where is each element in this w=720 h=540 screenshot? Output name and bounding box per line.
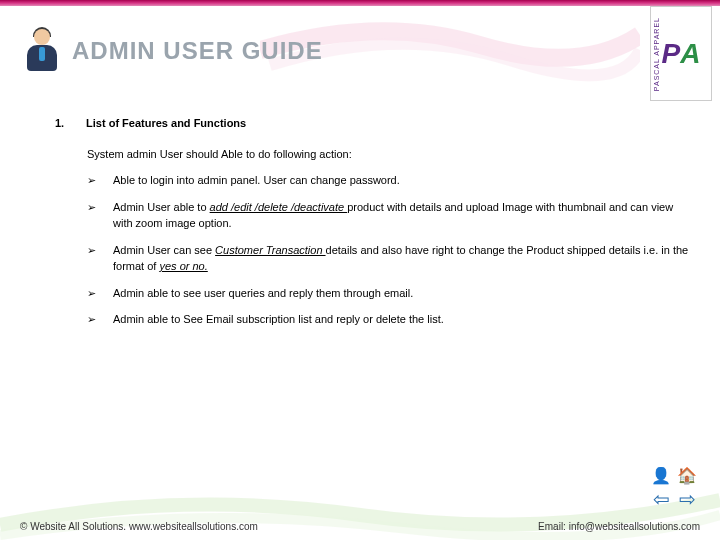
brand-label: PASCAL APPAREL — [653, 17, 660, 91]
prev-arrow-icon[interactable]: ⇦ — [650, 488, 672, 510]
home-icon[interactable]: 🏠 — [676, 464, 698, 486]
page-title: ADMIN USER GUIDE — [72, 37, 323, 65]
section-intro: System admin User should Able to do foll… — [87, 146, 690, 163]
list-item: Able to login into admin panel. User can… — [87, 172, 690, 189]
bullet-text-pre: Admin User can see — [113, 244, 215, 256]
bullet-text-underline: Customer Transaction — [215, 244, 325, 256]
top-border — [0, 0, 720, 6]
bullet-text-underline2: yes or no. — [159, 260, 207, 272]
section-title: List of Features and Functions — [86, 117, 246, 129]
bullet-text: Admin able to see user queries and reply… — [113, 287, 413, 299]
bullet-text-pre: Admin User able to — [113, 201, 210, 213]
bullet-text: Admin able to See Email subscription lis… — [113, 313, 444, 325]
admin-avatar-icon — [22, 25, 62, 77]
next-arrow-icon[interactable]: ⇨ — [676, 488, 698, 510]
brand-logo: PASCAL APPAREL P A — [650, 6, 712, 101]
logo-letter-a: A — [680, 41, 700, 66]
section-number: 1. — [55, 115, 83, 132]
list-item: Admin User able to add /edit /delete /de… — [87, 199, 690, 232]
nav-icon-group: 👤 ⇦ 🏠 ⇨ — [650, 464, 698, 510]
main-content: 1. List of Features and Functions System… — [55, 115, 690, 338]
page-header: ADMIN USER GUIDE — [22, 25, 323, 77]
list-item: Admin able to See Email subscription lis… — [87, 311, 690, 328]
page-footer: © Website All Solutions. www.websitealls… — [0, 521, 720, 532]
person-icon[interactable]: 👤 — [650, 464, 672, 486]
footer-left: © Website All Solutions. www.websitealls… — [20, 521, 258, 532]
list-item: Admin User can see Customer Transaction … — [87, 242, 690, 275]
section-heading: 1. List of Features and Functions — [55, 115, 690, 132]
footer-right: Email: info@websiteallsolutions.com — [538, 521, 700, 532]
bullet-text-underline: add /edit /delete /deactivate — [210, 201, 348, 213]
list-item: Admin able to see user queries and reply… — [87, 285, 690, 302]
logo-letter-p: P — [662, 41, 681, 66]
bullet-text: Able to login into admin panel. User can… — [113, 174, 400, 186]
